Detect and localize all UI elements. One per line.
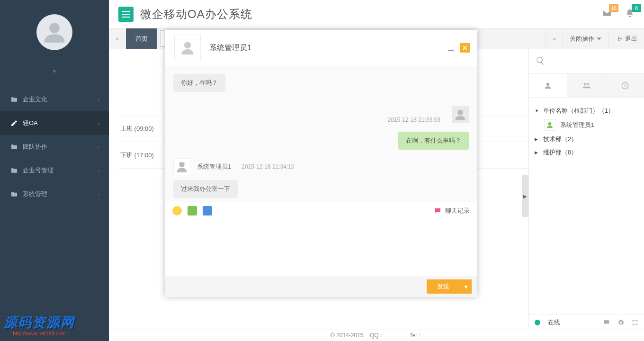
sidebar-item-enterprise-mgmt[interactable]: 企业号管理 ‹ — [0, 159, 109, 182]
chat-messages[interactable]: 你好，在吗？ 2015-12-18 21:33:53 在啊，有什么事吗？ 系统管… — [165, 66, 477, 202]
bell-badge: 8 — [632, 4, 641, 12]
svg-point-8 — [548, 122, 552, 126]
folder-icon — [10, 190, 18, 198]
bell-notifications[interactable]: 8 — [625, 9, 635, 19]
chat-history-button[interactable]: 聊天记录 — [434, 206, 470, 215]
message-outgoing: 在啊，有什么事吗？ — [173, 132, 469, 150]
message-header: 系统管理员1 2015-12-18 21:34:16 — [173, 158, 469, 175]
sidebar-item-light-oa[interactable]: 轻OA ‹ — [0, 111, 109, 135]
tree-node-dept[interactable]: ▶维护部（0） — [535, 146, 638, 159]
tabs-prev-button[interactable]: « — [109, 28, 126, 49]
header-actions: 16 8 — [602, 9, 635, 19]
chat-icon — [434, 207, 441, 215]
sidebar-item-label: 轻OA — [23, 119, 38, 127]
chat-toolbar: 聊天记录 — [165, 202, 477, 219]
message-bubble: 过来我办公室一下 — [173, 180, 238, 198]
search-icon — [536, 56, 545, 65]
chat-icon[interactable] — [603, 319, 610, 326]
mail-notifications[interactable]: 16 — [602, 9, 612, 19]
avatar — [173, 158, 190, 175]
folder-icon — [10, 96, 18, 103]
online-indicator — [535, 320, 540, 325]
tabs-next-button[interactable]: » — [546, 28, 563, 49]
close-operations-menu[interactable]: 关闭操作 — [563, 28, 608, 49]
chat-window: 系统管理员1 ✕ 你好，在吗？ 2015-12-18 21:33:53 在啊，有… — [165, 30, 477, 297]
status-text: 在线 — [548, 318, 560, 327]
avatar — [544, 119, 555, 131]
tab-contacts[interactable] — [529, 74, 567, 97]
message-incoming: 过来我办公室一下 — [173, 180, 469, 198]
user-avatar[interactable] — [36, 14, 72, 50]
chevron-left-icon: ‹ — [98, 168, 99, 173]
sidebar-item-corporate-culture[interactable]: 企业文化 ‹ — [0, 88, 109, 111]
sidebar-dropdown-toggle[interactable]: ▼ — [0, 64, 109, 78]
edit-icon — [10, 119, 18, 127]
message-bubble: 你好，在吗？ — [173, 74, 225, 92]
copyright: © 2014-2015 — [331, 332, 364, 339]
org-tree: ▼单位名称（根部门）（1） 系统管理员1 ▶技术部（2） ▶维护部（0） — [529, 98, 644, 330]
triangle-right-icon: ▶ — [535, 137, 539, 142]
logout-icon — [617, 36, 623, 42]
gear-icon[interactable] — [617, 319, 624, 326]
chat-input[interactable] — [165, 219, 477, 276]
chevron-left-icon: ‹ — [98, 97, 99, 102]
svg-point-1 — [184, 42, 191, 48]
tel-label: Tel： — [410, 332, 422, 339]
send-button-group: 发送 ▾ — [427, 279, 472, 294]
triangle-down-icon: ▼ — [535, 108, 539, 113]
send-options-button[interactable]: ▾ — [460, 279, 472, 294]
image-button[interactable] — [188, 206, 197, 215]
message-outgoing-meta: 2015-12-18 21:33:53 — [173, 106, 469, 123]
send-button[interactable]: 发送 — [427, 279, 460, 294]
emoji-button[interactable] — [172, 206, 182, 215]
sidebar-item-label: 系统管理 — [23, 190, 47, 198]
chevron-left-icon: ‹ — [98, 192, 99, 197]
tab-recent[interactable] — [606, 74, 644, 97]
screenshot-button[interactable] — [203, 206, 212, 215]
message-bubble: 在啊，有什么事吗？ — [398, 132, 469, 150]
menu-toggle-button[interactable] — [118, 7, 134, 22]
chevron-left-icon: ‹ — [98, 121, 99, 126]
search-button[interactable] — [529, 49, 644, 74]
message-incoming: 你好，在吗？ — [173, 74, 469, 92]
chat-title: 系统管理员1 — [209, 43, 251, 53]
svg-point-2 — [457, 110, 463, 116]
clock-icon — [621, 81, 629, 90]
tree-user[interactable]: 系统管理员1 — [544, 117, 638, 133]
caret-down-icon — [596, 36, 602, 42]
tab-home[interactable]: 首页 — [126, 28, 157, 49]
triangle-right-icon: ▶ — [535, 150, 539, 155]
chevron-left-icon: ‹ — [98, 144, 99, 150]
person-icon — [544, 81, 552, 90]
panel-collapse-handle[interactable]: ▶ — [522, 175, 528, 217]
expand-icon[interactable] — [632, 319, 638, 326]
sidebar-item-team-coop[interactable]: 团队协作 ‹ — [0, 135, 109, 159]
header: 微企移动OA办公系统 16 8 — [109, 0, 644, 28]
tree-node-dept[interactable]: ▶技术部（2） — [535, 133, 638, 146]
tab-groups[interactable] — [567, 74, 606, 97]
svg-point-0 — [49, 23, 60, 33]
mail-badge: 16 — [609, 4, 618, 12]
message-timestamp: 2015-12-18 21:34:16 — [242, 163, 294, 170]
svg-point-5 — [584, 83, 586, 85]
watermark-url: http://www.net188.com — [4, 331, 75, 336]
sidebar: ▼ 企业文化 ‹ 轻OA ‹ 团队协作 ‹ 企业号管理 ‹ 系统管理 ‹ 源码资… — [0, 0, 109, 341]
sidebar-item-label: 企业文化 — [23, 95, 47, 104]
sidebar-item-system-mgmt[interactable]: 系统管理 ‹ — [0, 182, 109, 206]
chat-header[interactable]: 系统管理员1 ✕ — [165, 30, 477, 66]
message-timestamp: 2015-12-18 21:33:53 — [388, 117, 440, 123]
svg-point-6 — [587, 83, 589, 85]
group-icon — [582, 81, 590, 90]
folder-icon — [10, 167, 18, 174]
footer: © 2014-2015 QQ： Tel： — [109, 330, 644, 341]
watermark: 源码资源网 http://www.net188.com — [4, 314, 75, 336]
status-bar: 在线 — [528, 314, 644, 330]
chat-avatar — [174, 35, 201, 61]
logout-button[interactable]: 退出 — [608, 28, 644, 49]
minimize-button[interactable] — [446, 43, 456, 53]
tree-node-root[interactable]: ▼单位名称（根部门）（1） — [535, 104, 638, 117]
close-button[interactable]: ✕ — [460, 43, 470, 53]
app-title: 微企移动OA办公系统 — [140, 7, 252, 22]
avatar — [452, 106, 469, 123]
sender-name: 系统管理员1 — [197, 162, 231, 171]
